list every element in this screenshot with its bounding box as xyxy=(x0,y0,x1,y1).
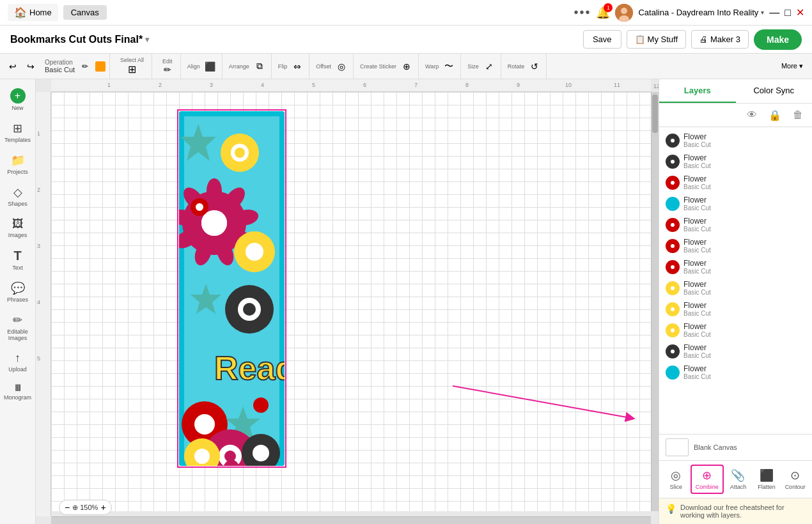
canvas-area[interactable]: 1 2 3 4 5 6 7 8 9 10 11 12 xyxy=(36,79,659,524)
layer-item-5[interactable]: Flower Basic Cut xyxy=(659,214,812,235)
align-button[interactable]: ⬛ xyxy=(203,59,218,74)
undo-button[interactable]: ↩ xyxy=(5,59,20,74)
main-content: + New ⊞ Templates 📁 Projects ◇ Shapes 🖼 … xyxy=(0,79,812,524)
operation-label: Operation xyxy=(45,59,75,66)
arrange-group: Arrange ⧉ xyxy=(225,54,272,79)
svg-point-69 xyxy=(671,328,675,332)
sidebar-item-new[interactable]: + New xyxy=(2,84,34,115)
layer-info-9: Flower Basic Cut xyxy=(683,301,806,317)
contour-button[interactable]: ⊙ Contour xyxy=(781,466,809,493)
bookmark-design[interactable]: Read xyxy=(179,111,285,466)
svg-point-39 xyxy=(253,445,269,461)
more-options-dots[interactable]: ••• xyxy=(574,5,591,20)
layer-item-8[interactable]: Flower Basic Cut xyxy=(659,277,812,298)
my-stuff-button[interactable]: 📋 My Stuff xyxy=(627,30,686,49)
layer-info-1: Flower Basic Cut xyxy=(683,132,806,148)
layers-delete-button[interactable]: 🗑 xyxy=(789,106,807,124)
svg-point-1 xyxy=(621,8,627,14)
sticker-button[interactable]: ⊕ xyxy=(399,59,414,74)
canvas-tab[interactable]: Canvas xyxy=(63,5,107,20)
svg-point-41 xyxy=(194,449,210,464)
window-maximize[interactable]: □ xyxy=(785,7,791,19)
sidebar-item-projects[interactable]: 📁 Projects xyxy=(2,150,34,179)
save-button[interactable]: Save xyxy=(583,30,621,49)
layers-eye-button[interactable]: 👁 xyxy=(743,106,761,124)
sidebar-label-shapes: Shapes xyxy=(8,201,27,207)
redo-button[interactable]: ↪ xyxy=(23,59,38,74)
layer-info-4: Flower Basic Cut xyxy=(683,196,806,212)
sidebar-item-monogram[interactable]: Ⅲ Monogram xyxy=(2,379,34,405)
svg-point-71 xyxy=(671,350,675,353)
layer-item-3[interactable]: Flower Basic Cut xyxy=(659,172,812,193)
contour-label: Contour xyxy=(785,484,806,490)
layer-info-5: Flower Basic Cut xyxy=(683,217,806,233)
project-name-chevron: ▾ xyxy=(761,9,764,16)
layers-list: Flower Basic Cut Flower Basic Cut Fl xyxy=(659,127,812,434)
layer-color-9 xyxy=(666,302,680,316)
tab-layers[interactable]: Layers xyxy=(659,79,736,103)
pen-tool-button[interactable]: ✏ xyxy=(77,59,93,74)
scrollbar-thumb-v[interactable] xyxy=(652,95,658,133)
layer-item-4[interactable]: Flower Basic Cut xyxy=(659,193,812,214)
bottom-toolbar: ◎ Slice ⊕ Combine 📎 Attach ⬛ Flatten ⊙ xyxy=(659,461,812,498)
color-swatch-button[interactable] xyxy=(95,61,105,72)
make-button[interactable]: Make xyxy=(754,29,802,50)
warp-button[interactable]: 〜 xyxy=(441,59,457,74)
edit-button[interactable]: Edit ✏ xyxy=(159,57,176,76)
sidebar-item-upload[interactable]: ↑ Upload xyxy=(2,348,34,376)
vertical-scrollbar[interactable] xyxy=(651,92,659,511)
layers-lock-button[interactable]: 🔒 xyxy=(766,106,784,124)
layer-item-2[interactable]: Flower Basic Cut xyxy=(659,151,812,172)
more-button[interactable]: More ▾ xyxy=(777,61,807,72)
combine-icon: ⊕ xyxy=(702,468,712,482)
tab-color-sync[interactable]: Color Sync xyxy=(736,79,813,103)
warp-group: Warp 〜 xyxy=(421,54,461,79)
layer-item-7[interactable]: Flower Basic Cut xyxy=(659,256,812,277)
window-close[interactable]: ✕ xyxy=(796,6,804,19)
sidebar-item-shapes[interactable]: ◇ Shapes xyxy=(2,181,34,211)
zoom-out-button[interactable]: − xyxy=(65,502,70,512)
layer-color-4 xyxy=(666,197,680,211)
size-button[interactable]: ⤢ xyxy=(481,59,497,74)
layer-item-9[interactable]: Flower Basic Cut xyxy=(659,298,812,320)
layer-item-6[interactable]: Flower Basic Cut xyxy=(659,235,812,256)
layer-item-1[interactable]: Flower Basic Cut xyxy=(659,130,812,151)
window-minimize[interactable]: — xyxy=(769,7,779,19)
sidebar-item-templates[interactable]: ⊞ Templates xyxy=(2,118,34,147)
horizontal-scrollbar[interactable] xyxy=(51,516,651,524)
slice-button[interactable]: ◎ Slice xyxy=(662,466,690,493)
user-avatar[interactable] xyxy=(615,4,633,22)
rotate-button[interactable]: ↺ xyxy=(527,59,542,74)
sidebar-label-images: Images xyxy=(8,232,27,238)
sidebar-item-editable[interactable]: ✏ Editable Images xyxy=(2,309,34,345)
zoom-level-text: ⊕ 150% xyxy=(72,504,98,512)
sidebar-label-text: Text xyxy=(12,265,23,271)
project-name[interactable]: Catalina - Daydream Into Reality ▾ xyxy=(638,8,764,17)
flatten-button[interactable]: ⬛ Flatten xyxy=(753,466,781,493)
zoom-in-button[interactable]: + xyxy=(100,502,105,512)
layer-item-11[interactable]: Flower Basic Cut xyxy=(659,341,812,362)
right-panel: Layers Color Sync 👁 🔒 🗑 Flower Basic Cut xyxy=(659,79,812,524)
combine-label: Combine xyxy=(696,484,719,490)
flip-group: Flip ⇔ xyxy=(274,54,310,79)
select-all-button[interactable]: Select All ⊞ xyxy=(116,56,148,77)
maker-button[interactable]: 🖨 Maker 3 xyxy=(691,30,749,49)
attach-button[interactable]: 📎 Attach xyxy=(724,466,752,493)
tip-icon: 💡 xyxy=(666,504,676,514)
sidebar-item-text[interactable]: T Text xyxy=(2,245,34,275)
contour-icon: ⊙ xyxy=(790,468,800,482)
layer-item-12[interactable]: Flower Basic Cut xyxy=(659,362,812,383)
svg-point-21 xyxy=(201,210,227,236)
arrange-button[interactable]: ⧉ xyxy=(252,59,267,74)
sidebar-item-images[interactable]: 🖼 Images xyxy=(2,213,34,242)
layer-item-10[interactable]: Flower Basic Cut xyxy=(659,320,812,341)
home-tab[interactable]: 🏠 Home xyxy=(8,4,58,21)
offset-button[interactable]: ◎ xyxy=(334,59,349,74)
maker-icon: 🖨 xyxy=(699,35,708,44)
flip-button[interactable]: ⇔ xyxy=(290,59,305,74)
notifications-bell[interactable]: 🔔 1 xyxy=(596,6,610,20)
combine-button[interactable]: ⊕ Combine xyxy=(691,465,724,494)
operation-value[interactable]: Basic Cut xyxy=(45,66,75,73)
document-title[interactable]: Bookmarks Cut Outs Final* ▾ xyxy=(10,34,149,45)
sidebar-item-phrases[interactable]: 💬 Phrases xyxy=(2,277,34,307)
